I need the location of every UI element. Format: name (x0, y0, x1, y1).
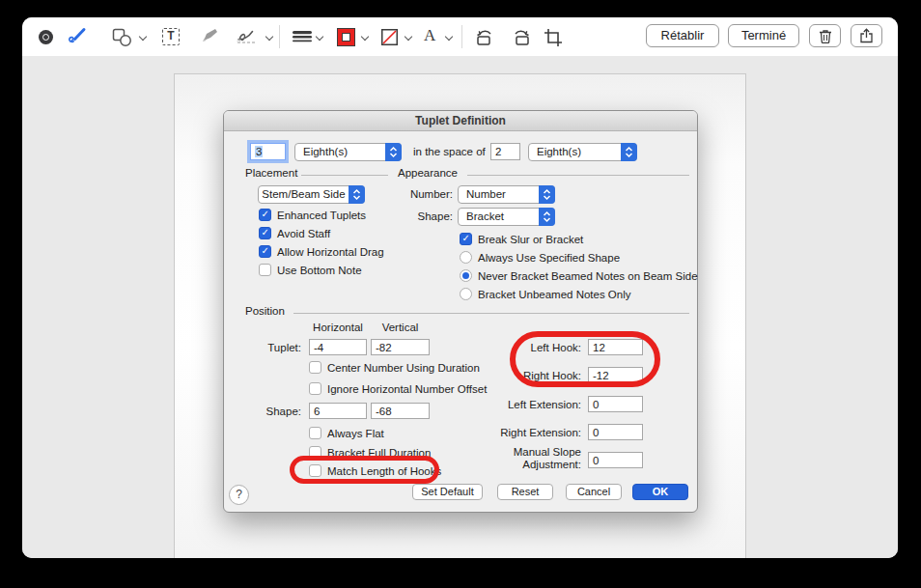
radio-button (460, 269, 472, 282)
number-dropdown[interactable]: Number (458, 185, 555, 204)
rotate-left-icon[interactable] (474, 27, 497, 46)
tuplet-horizontal-field[interactable]: -4 (309, 339, 367, 355)
radio-button (460, 251, 472, 264)
radio-button (460, 288, 472, 300)
checkbox-allow-horizontal-drag[interactable]: Allow Horizontal Drag (259, 245, 384, 259)
space-count-value: 2 (495, 146, 501, 157)
radio-bracket-unbeamed-notes-only[interactable]: Bracket Unbeamed Notes Only (460, 288, 631, 301)
tuplet-vertical-field[interactable]: -82 (371, 339, 430, 355)
match-hooks-annotation-circle (290, 456, 439, 484)
checkbox-box (309, 361, 321, 374)
left-extension-value: 0 (593, 399, 599, 410)
shape-label: Shape: (369, 210, 453, 222)
highlighter-icon[interactable] (199, 27, 220, 46)
line-weight-icon[interactable] (292, 30, 313, 43)
shape-vertical-value: -68 (376, 406, 392, 417)
trash-icon (819, 29, 832, 43)
signature-icon[interactable] (236, 27, 261, 46)
ok-button[interactable]: OK (632, 484, 688, 500)
checkbox-label: Use Bottom Note (277, 265, 362, 276)
horizontal-column-label: Horizontal (299, 322, 377, 333)
hooks-annotation-circle (510, 331, 660, 387)
checkbox-break-slur-or-bracket[interactable]: Break Slur or Bracket (460, 233, 583, 246)
right-extension-label: Right Extension: (446, 427, 581, 438)
checkbox-label: Always Flat (327, 428, 384, 439)
set-default-button[interactable]: Set Default (412, 484, 483, 500)
shapes-chevron-icon[interactable] (139, 33, 147, 41)
shape-vertical-field[interactable]: -68 (371, 403, 430, 419)
radio-label: Always Use Specified Shape (478, 252, 620, 264)
manual-slope-label-line1: Manual Slope (446, 446, 581, 458)
fill-color-chevron-icon[interactable] (405, 33, 412, 41)
checkbox-enhanced-tuplets[interactable]: Enhanced Tuplets (259, 209, 366, 222)
checkbox-box (309, 427, 321, 439)
count-unit-dropdown[interactable]: Eighth(s) (294, 143, 402, 161)
appearance-header-rule (467, 175, 689, 176)
share-button[interactable] (851, 24, 882, 47)
help-button[interactable]: ? (229, 485, 249, 505)
tuplet-row-label: Tuplet: (241, 342, 301, 353)
text-tool-icon[interactable]: T (162, 28, 180, 45)
space-count-field[interactable]: 2 (490, 143, 520, 160)
position-header-rule (293, 313, 689, 314)
text-style-chevron-icon[interactable] (445, 33, 453, 41)
left-extension-field[interactable]: 0 (588, 396, 643, 412)
checkbox-always-flat[interactable]: Always Flat (309, 427, 384, 440)
share-icon (859, 28, 874, 43)
crop-icon[interactable] (544, 28, 563, 47)
vertical-column-label: Vertical (371, 322, 430, 333)
radio-always-use-specified-shape[interactable]: Always Use Specified Shape (460, 251, 620, 265)
shape-row-label: Shape: (241, 406, 301, 417)
checkbox-ignore-horizontal-number-offset[interactable]: Ignore Horizontal Number Offset (309, 382, 487, 396)
border-color-icon[interactable] (338, 29, 354, 45)
checkbox-box (259, 227, 271, 239)
markup-toolbar: T (22, 17, 898, 56)
cancel-button[interactable]: Cancel (566, 484, 622, 500)
tuplet-count-value: 3 (255, 146, 263, 157)
shape-horizontal-field[interactable]: 6 (309, 403, 367, 419)
checkbox-box (309, 382, 321, 395)
space-unit-dropdown[interactable]: Eighth(s) (528, 143, 637, 161)
trash-button[interactable] (809, 24, 841, 47)
reset-button[interactable]: Reset (497, 484, 553, 500)
placement-header-rule (301, 175, 388, 176)
tuplet-definition-dialog: Tuplet Definition 3 Eighth(s) in the spa… (223, 110, 698, 513)
checkbox-label: Ignore Horizontal Number Offset (327, 383, 487, 395)
dialog-titlebar[interactable]: Tuplet Definition (224, 111, 697, 131)
right-extension-field[interactable]: 0 (588, 424, 643, 440)
radio-never-bracket-beamed-notes[interactable]: Never Bracket Beamed Notes on Beam Side (460, 269, 698, 283)
shape-value: Bracket (466, 209, 504, 225)
placement-side-dropdown[interactable]: Stem/Beam Side (258, 185, 365, 204)
done-button[interactable]: Terminé (728, 24, 799, 47)
text-style-icon[interactable]: A (424, 26, 435, 45)
manual-slope-value: 0 (593, 455, 599, 466)
checkbox-label: Allow Horizontal Drag (277, 246, 384, 258)
position-header: Position (245, 305, 285, 317)
tuplet-count-field[interactable]: 3 (250, 143, 286, 160)
shape-dropdown[interactable]: Bracket (458, 208, 555, 226)
stepper-icon (349, 185, 365, 204)
checkbox-label: Enhanced Tuplets (277, 210, 366, 221)
rotate-right-icon[interactable] (509, 27, 532, 46)
shapes-icon[interactable] (112, 28, 133, 47)
manual-slope-field[interactable]: 0 (588, 452, 643, 468)
checkbox-box (259, 245, 271, 258)
stepper-icon (539, 208, 555, 226)
signature-chevron-icon[interactable] (265, 33, 273, 41)
toolbar-divider (279, 25, 280, 48)
markup-window: T (22, 17, 898, 558)
placement-side-value: Stem/Beam Side (259, 186, 349, 203)
border-color-chevron-icon[interactable] (361, 33, 369, 41)
count-unit-value: Eighth(s) (303, 144, 348, 160)
checkbox-box (259, 209, 271, 221)
checkbox-use-bottom-note[interactable]: Use Bottom Note (259, 264, 362, 277)
redo-button[interactable]: Rétablir (646, 24, 719, 47)
sketch-pen-icon[interactable] (67, 26, 88, 47)
fill-color-icon[interactable] (381, 29, 398, 45)
draw-dot-icon[interactable] (39, 30, 53, 44)
manual-slope-label-line2: Adjustment: (446, 459, 581, 470)
line-weight-chevron-icon[interactable] (316, 33, 323, 41)
checkbox-avoid-staff[interactable]: Avoid Staff (259, 227, 330, 240)
right-extension-value: 0 (593, 427, 599, 438)
checkbox-box (460, 233, 472, 245)
